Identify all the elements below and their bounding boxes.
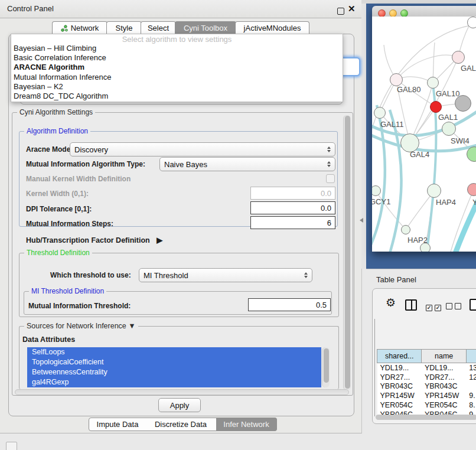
settings-horizontal-scrollbar[interactable] — [15, 389, 349, 395]
dpi-tolerance-field[interactable]: 0.0 — [250, 201, 335, 214]
network-node-label: GCY1 — [372, 197, 390, 206]
network-node[interactable] — [374, 107, 386, 119]
manual-kernel-label: Manual Kernel Width Definition — [26, 175, 131, 183]
tab-infer-network[interactable]: Infer Network — [216, 418, 277, 431]
group-title: Cyni Algorithm Settings — [17, 108, 95, 116]
tab-select[interactable]: Select — [141, 21, 176, 34]
table-row[interactable]: YPR145WYPR145W9. — [377, 391, 476, 400]
select-all-rows-icon[interactable]: ✓✓ — [426, 301, 444, 312]
apply-button[interactable]: Apply — [158, 398, 201, 412]
dpi-tolerance-label: DPI Tolerance [0,1]: — [26, 205, 92, 213]
dropdown-item[interactable]: Basic Correlation Inference — [11, 53, 343, 63]
network-canvas[interactable]: GALGAL80GAL10GAL1GAL11SWI4GAL4GCY1HAP4YH… — [372, 17, 476, 252]
expand-triangle-icon[interactable]: ▶ — [157, 236, 162, 244]
control-panel-title: Control Panel — [7, 4, 54, 13]
which-threshold-select[interactable]: MI Threshold — [139, 268, 312, 282]
network-node[interactable] — [427, 184, 441, 198]
tab-cyni-toolbox[interactable]: Cyni Toolbox — [175, 21, 236, 34]
hub-definition-toggle[interactable]: Hub/Transcription Factor Definition ▶ — [26, 236, 162, 244]
new-function-icon[interactable] — [470, 299, 476, 311]
tab-style[interactable]: Style — [106, 21, 142, 34]
table-scroll-area[interactable]: shared... name YDL19...YDL19...13YDR27..… — [374, 319, 476, 416]
column-header-name[interactable]: name — [422, 350, 466, 363]
data-attributes-label: Data Attributes — [22, 335, 75, 344]
network-tab-icon — [61, 25, 68, 32]
app-screen: Control Panel ✕ Network Style Select Cyn… — [0, 0, 476, 450]
group-title: Threshold Definition — [24, 249, 92, 257]
network-node[interactable] — [427, 77, 439, 89]
scrollbar-thumb[interactable] — [345, 116, 350, 389]
stepper-arrows-icon — [327, 161, 331, 167]
data-attributes-list[interactable]: SelfLoops TopologicalCoefficient Between… — [27, 347, 321, 387]
tab-impute-data[interactable]: Impute Data — [89, 418, 146, 431]
settings-vertical-scrollbar[interactable] — [343, 115, 351, 390]
dropdown-item-aracne[interactable]: ARACNE Algorithm — [11, 63, 343, 72]
float-panel-icon[interactable] — [6, 442, 17, 450]
list-item[interactable]: BetweennessCentrality — [27, 367, 321, 377]
hub-definition-label: Hub/Transcription Factor Definition — [26, 236, 150, 244]
network-node-label: GAL11 — [380, 120, 404, 129]
network-node[interactable] — [401, 225, 410, 234]
tab-jactivemnodules[interactable]: jActiveMNodules — [235, 21, 309, 34]
network-node[interactable] — [467, 17, 476, 28]
list-item[interactable]: SelfLoops — [27, 347, 321, 357]
tab-network[interactable]: Network — [52, 21, 107, 34]
manual-kernel-checkbox[interactable] — [326, 174, 335, 183]
table-row[interactable]: YDL19...YDL19...13 — [377, 363, 476, 373]
aracne-mode-select[interactable]: Discovery — [70, 142, 335, 156]
network-node[interactable] — [455, 95, 471, 112]
table-cell: 8. — [466, 400, 476, 410]
split-columns-icon[interactable] — [405, 299, 417, 311]
algorithm-dropdown-list: Select algorithm to view settings Bayesi… — [11, 34, 343, 102]
table-cell: 13 — [466, 363, 476, 373]
column-header-shared-name[interactable]: shared... — [377, 350, 422, 363]
scrollbar-thumb[interactable] — [324, 348, 329, 383]
group-title: MI Threshold Definition — [29, 287, 106, 295]
dropdown-item[interactable]: Bayesian – K2 — [11, 82, 343, 92]
deselect-all-rows-icon[interactable] — [446, 301, 464, 312]
mi-threshold-field[interactable]: 0.5 — [248, 298, 331, 311]
mi-steps-field[interactable]: 6 — [250, 216, 335, 229]
group-title: Sources for Network Inference ▼ — [24, 322, 138, 330]
table-cell: YDL19... — [377, 363, 422, 373]
kernel-width-field[interactable]: 0.0 — [250, 187, 335, 200]
splitter-collapse-arrow[interactable] — [360, 218, 363, 223]
kernel-width-label: Kernel Width (0,1): — [26, 190, 89, 198]
network-node[interactable] — [467, 183, 476, 196]
float-window-icon[interactable] — [337, 8, 344, 15]
table-panel: ⚙ ✓✓ shared... name — [372, 288, 476, 424]
network-node[interactable] — [430, 101, 442, 113]
table-cell — [466, 382, 476, 392]
network-node[interactable] — [452, 51, 465, 64]
tab-discretize-data[interactable]: Discretize Data — [145, 418, 217, 431]
mi-type-label: Mutual Information Algorithm Type: — [26, 160, 145, 168]
table-row[interactable]: YBR043CYBR043C — [377, 382, 476, 392]
close-icon[interactable]: ✕ — [348, 4, 356, 14]
network-node[interactable] — [420, 243, 431, 252]
dropdown-item[interactable]: Mutual Information Inference — [11, 73, 343, 82]
table-panel-region: Table Panel ⚙ ✓✓ shared... name — [366, 269, 476, 450]
network-node[interactable] — [390, 73, 403, 86]
table-cell: YER054C — [377, 400, 422, 410]
list-item[interactable]: TopologicalCoefficient — [27, 357, 321, 367]
dropdown-item[interactable]: Dream8 DC_TDC Algorithm — [11, 92, 343, 101]
panel-divider — [361, 0, 366, 269]
network-window-titlebar[interactable] — [372, 6, 476, 17]
dropdown-item[interactable]: Bayesian – Hill Climbing — [11, 44, 343, 53]
mi-type-select[interactable]: Naive Bayes — [159, 157, 335, 171]
table-row[interactable]: YER054CYER054C8. — [377, 400, 476, 410]
table-cell: YBR043C — [377, 382, 422, 392]
network-node[interactable] — [442, 122, 456, 136]
table-horizontal-scrollbar[interactable] — [376, 415, 476, 420]
table-cell: YPR145W — [422, 391, 466, 400]
attributes-list-scrollbar[interactable] — [322, 347, 330, 387]
list-item[interactable]: gal4RGexp — [27, 377, 321, 387]
gear-icon[interactable]: ⚙ — [386, 296, 396, 309]
column-header[interactable] — [466, 350, 476, 363]
table-panel-title: Table Panel — [376, 275, 416, 284]
table-row[interactable]: YDR27...YDR27...12 — [377, 373, 476, 382]
stepper-arrows-icon — [304, 272, 308, 278]
collapse-triangle-icon[interactable]: ▼ — [128, 322, 135, 330]
network-node-label: HAP4 — [436, 198, 456, 207]
combo-value: Naive Bayes — [164, 160, 207, 169]
